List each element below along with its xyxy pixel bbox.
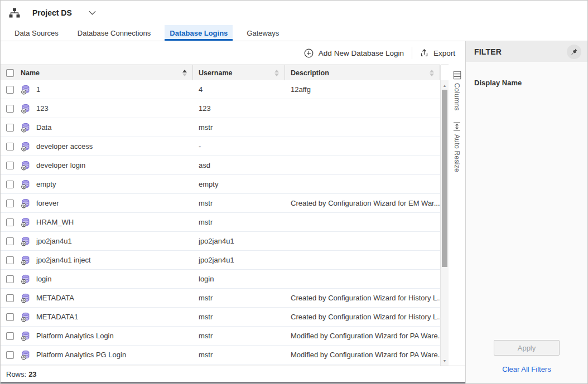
column-label: Description xyxy=(291,69,430,77)
table-row[interactable]: 123123 xyxy=(1,99,440,118)
database-login-icon xyxy=(21,161,31,171)
filter-panel-body: Display Name xyxy=(466,62,587,340)
row-checkbox[interactable] xyxy=(6,256,14,264)
row-username-cell: login xyxy=(193,275,285,283)
plus-circle-icon xyxy=(304,48,314,58)
project-selector-bar: Project DS xyxy=(1,1,587,25)
sort-ascending-icon[interactable] xyxy=(182,70,187,76)
table-row[interactable]: developer access- xyxy=(1,137,440,156)
add-new-database-login-button[interactable]: Add New Database Login xyxy=(298,48,409,58)
auto-resize-icon xyxy=(452,123,461,130)
select-all-checkbox[interactable] xyxy=(6,69,14,77)
apply-button[interactable]: Apply xyxy=(494,340,560,356)
row-checkbox[interactable] xyxy=(6,218,14,226)
table-row[interactable]: METADATAmstrCreated by Configuration Wiz… xyxy=(1,289,440,308)
database-logins-table: NameUsernameDescription 1412affg123123Da… xyxy=(1,65,440,366)
table-row[interactable]: HRAM_WHmstr xyxy=(1,213,440,232)
row-description-cell: 12affg xyxy=(285,85,440,94)
login-name[interactable]: METADATA xyxy=(36,294,74,302)
row-checkbox[interactable] xyxy=(6,332,14,340)
row-checkbox[interactable] xyxy=(6,181,14,188)
database-login-icon xyxy=(21,142,31,152)
table-row[interactable]: METADATA1mstrCreated by Configuration Wi… xyxy=(1,308,440,327)
clear-all-filters-link[interactable]: Clear All Filters xyxy=(502,365,551,373)
pin-filter-button[interactable] xyxy=(567,45,581,59)
row-checkbox[interactable] xyxy=(6,86,14,94)
table-row[interactable]: loginlogin xyxy=(1,270,440,289)
sort-none-icon[interactable] xyxy=(430,70,434,76)
row-name-cell: login xyxy=(1,274,193,284)
tab-gateways[interactable]: Gateways xyxy=(242,25,284,41)
table-row[interactable]: Platform Analytics LoginmstrModified by … xyxy=(1,327,440,346)
tool-label: Auto Resize xyxy=(453,134,461,172)
table-row[interactable]: developer loginasd xyxy=(1,156,440,175)
tool-label: Columns xyxy=(453,83,461,110)
vertical-scrollbar[interactable]: ▲ ▼ xyxy=(440,65,449,366)
login-name[interactable]: METADATA1 xyxy=(36,313,78,321)
login-name[interactable]: Platform Analytics PG Login xyxy=(36,351,126,359)
login-name[interactable]: developer access xyxy=(36,142,93,150)
tab-database-logins[interactable]: Database Logins xyxy=(165,25,233,41)
tool-auto-resize[interactable]: Auto Resize xyxy=(452,123,461,172)
login-name[interactable]: developer login xyxy=(36,161,85,169)
export-icon xyxy=(420,48,428,57)
table-row[interactable]: jpo2jan4u1 injectjpo2jan4u1 xyxy=(1,251,440,270)
side-tool-strip: ColumnsAuto Resize xyxy=(449,65,465,366)
scroll-down-arrow-icon[interactable]: ▼ xyxy=(441,357,449,364)
database-login-icon xyxy=(21,293,31,303)
table-row[interactable]: jpo2jan4u1jpo2jan4u1 xyxy=(1,232,440,251)
app-window: Project DS Data SourcesDatabase Connecti… xyxy=(0,0,588,384)
login-name[interactable]: login xyxy=(36,275,51,283)
login-name[interactable]: jpo2jan4u1 inject xyxy=(36,256,91,264)
sort-none-icon[interactable] xyxy=(274,70,279,76)
table-row[interactable]: 1412affg xyxy=(1,80,440,99)
status-bar: Rows: 23 xyxy=(1,366,465,382)
scrollbar-track[interactable]: ▲ ▼ xyxy=(441,80,449,366)
row-checkbox[interactable] xyxy=(6,237,14,245)
project-chevron-down-icon[interactable] xyxy=(89,11,96,15)
login-name[interactable]: forever xyxy=(36,199,59,207)
database-login-icon xyxy=(21,236,31,246)
database-login-icon xyxy=(21,274,31,284)
table-row[interactable]: Platform Analytics PG LoginmstrModified … xyxy=(1,346,440,364)
row-checkbox[interactable] xyxy=(6,294,14,302)
row-checkbox[interactable] xyxy=(6,105,14,113)
login-name[interactable]: Data xyxy=(36,123,51,132)
export-button[interactable]: Export xyxy=(415,48,461,57)
row-name-cell: 123 xyxy=(1,104,193,114)
scroll-up-arrow-icon[interactable]: ▲ xyxy=(441,81,449,89)
row-checkbox[interactable] xyxy=(6,162,14,169)
column-header-username[interactable]: Username xyxy=(193,65,285,80)
tab-data-sources[interactable]: Data Sources xyxy=(9,25,64,41)
database-login-icon xyxy=(21,255,31,265)
database-login-icon xyxy=(21,217,31,227)
row-checkbox[interactable] xyxy=(6,143,14,150)
column-header-name[interactable]: Name xyxy=(1,65,193,80)
row-username-cell: jpo2jan4u1 xyxy=(193,237,285,245)
column-header-description[interactable]: Description xyxy=(285,65,440,80)
login-name[interactable]: Platform Analytics Login xyxy=(36,332,114,340)
row-checkbox[interactable] xyxy=(6,200,14,207)
row-name-cell: jpo2jan4u1 inject xyxy=(1,255,193,265)
table-row[interactable]: forevermstrCreated by Configuration Wiza… xyxy=(1,194,440,213)
row-checkbox[interactable] xyxy=(6,313,14,321)
row-checkbox[interactable] xyxy=(6,124,14,132)
row-checkbox[interactable] xyxy=(6,351,14,359)
login-name[interactable]: jpo2jan4u1 xyxy=(36,237,72,245)
toolbar: Add New Database Login Export xyxy=(1,41,465,65)
table-row[interactable]: Datamstr xyxy=(1,118,440,137)
toolbar-divider xyxy=(412,47,412,59)
login-name[interactable]: 1 xyxy=(36,85,40,94)
tool-columns[interactable]: Columns xyxy=(453,71,461,110)
row-checkbox[interactable] xyxy=(6,275,14,283)
login-name[interactable]: 123 xyxy=(36,104,49,113)
tab-database-connections[interactable]: Database Connections xyxy=(73,25,156,41)
scrollbar-thumb[interactable] xyxy=(442,90,447,267)
table-row[interactable]: emptyempty xyxy=(1,175,440,194)
row-name-cell: jpo2jan4u1 xyxy=(1,236,193,246)
login-name[interactable]: HRAM_WH xyxy=(36,218,74,226)
row-description-cell: Created by Configuration Wizard for Hist… xyxy=(285,313,440,321)
display-name-filter-label: Display Name xyxy=(474,79,579,87)
login-name[interactable]: empty xyxy=(36,180,56,188)
row-username-cell: mstr xyxy=(193,351,285,359)
